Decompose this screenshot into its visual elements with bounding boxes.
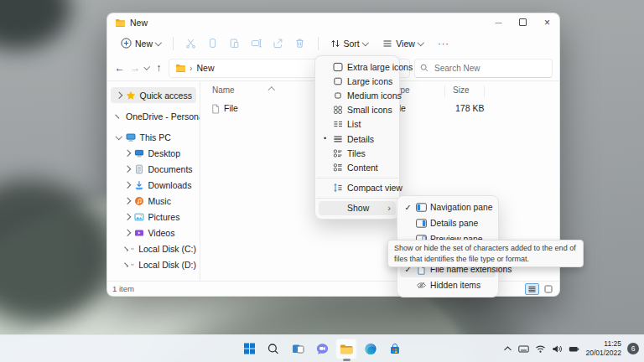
chevron-down-icon [155,39,162,46]
volume-button[interactable] [552,344,563,354]
sidebar-item-quick-access[interactable]: Quick access [111,87,196,103]
details-view-icon [332,134,343,144]
menu-item-extra-large-icons[interactable]: Extra large icons [319,59,396,74]
pictures-icon [134,212,144,222]
tooltip-text: Show or hide the set of characters added… [394,244,576,263]
thumbnail-view-toggle[interactable] [542,284,554,294]
column-separator[interactable] [484,85,485,97]
new-button[interactable]: New [116,35,166,51]
file-name: File [224,103,238,113]
sidebar-item-this-pc[interactable]: This PC [111,129,196,145]
sort-button[interactable]: Sort [325,36,373,51]
recent-locations-button[interactable] [144,64,150,70]
sidebar-item-onedrive[interactable]: OneDrive - Personal [111,108,196,124]
copy-button[interactable] [207,38,219,49]
list-view-icon [332,119,343,129]
clock[interactable]: 11:25 20/01/2022 [585,339,621,357]
sidebar-item-local-disk-d[interactable]: Local Disk (D:) [111,256,196,272]
menu-item-show[interactable]: Show › [319,201,396,215]
more-icon: ··· [438,39,449,49]
breadcrumb-folder[interactable]: New [197,63,215,73]
wifi-button[interactable] [535,344,546,354]
store-button[interactable] [385,339,406,359]
minimize-button[interactable]: — [486,13,511,31]
menu-item-tiles[interactable]: Tiles [319,146,396,160]
touch-keyboard-button[interactable] [518,344,529,354]
chevron-right-icon [115,114,119,118]
extra-large-icons-icon [332,62,343,72]
submenu-item-hidden-items[interactable]: Hidden items [400,277,496,293]
share-button[interactable] [273,38,284,49]
edge-button[interactable] [361,339,382,359]
chat-button[interactable] [312,339,333,359]
column-header-name[interactable]: Name [212,85,235,95]
search-input[interactable] [433,63,547,74]
chevron-right-icon [124,198,131,204]
menu-item-content[interactable]: Content [319,160,396,174]
sidebar-item-downloads[interactable]: Downloads [111,177,196,193]
taskbar: 11:25 20/01/2022 6 [0,334,644,362]
drive-icon [131,244,134,254]
menu-item-list[interactable]: List [319,117,396,132]
sidebar-item-music[interactable]: Music [111,193,196,209]
up-button[interactable]: ↑ [153,62,164,74]
menu-item-small-icons[interactable]: Small icons [319,103,396,117]
sidebar-item-label: Local Disk (D:) [138,260,196,270]
view-button[interactable]: View [377,36,428,51]
delete-button[interactable] [294,38,306,49]
cut-button[interactable] [185,38,197,49]
column-separator[interactable] [444,85,445,97]
chevron-right-icon [123,262,128,267]
tiles-view-icon [332,148,343,158]
item-count: 1 item [112,284,134,293]
battery-icon[interactable] [569,344,579,354]
sidebar-item-label: Videos [148,228,175,238]
submenu-item-navigation-pane[interactable]: ✓ Navigation pane [400,199,496,215]
thumbnail-view-icon [544,285,553,293]
file-explorer-button[interactable] [336,339,357,359]
navigation-pane-icon [415,203,427,212]
see-more-button[interactable]: ··· [433,36,454,51]
notification-badge[interactable]: 6 [627,343,639,354]
task-view-button[interactable] [288,339,309,359]
paste-button[interactable] [229,38,241,49]
star-icon [126,90,136,101]
menu-item-medium-icons[interactable]: Medium icons [319,88,396,102]
file-size: 178 KB [455,103,484,113]
wallpaper-shadow-shape [0,0,71,50]
forward-button[interactable]: → [129,62,140,74]
store-icon [389,343,402,355]
chevron-down-icon [418,39,424,46]
maximize-icon [519,18,527,26]
search-button[interactable] [263,339,284,359]
desktop-icon [134,148,144,158]
details-view-toggle[interactable] [525,283,539,295]
task-view-icon [291,343,304,355]
menu-item-compact-view[interactable]: Compact view [319,181,396,195]
start-button[interactable] [239,339,260,359]
submenu-item-details-pane[interactable]: Details pane [400,215,496,231]
menu-item-details[interactable]: • Details [319,132,396,146]
search-box[interactable] [414,59,553,78]
submenu-arrow-icon: › [387,204,391,213]
rename-button[interactable] [251,38,262,49]
sidebar-item-local-disk-c[interactable]: Local Disk (C:) [111,240,196,256]
folder-icon [175,63,185,73]
sidebar-item-desktop[interactable]: Desktop [111,145,196,161]
sidebar-item-label: Local Disk (C:) [138,244,196,254]
close-button[interactable]: × [535,13,559,31]
chevron-down-icon [116,133,122,140]
sidebar-item-label: Downloads [148,180,192,190]
sidebar-item-documents[interactable]: Documents [111,161,196,177]
menu-item-large-icons[interactable]: Large icons [319,74,396,88]
maximize-button[interactable] [511,13,535,31]
sidebar-item-pictures[interactable]: Pictures [111,209,196,225]
back-button[interactable]: ← [114,62,125,74]
show-hidden-icons-button[interactable] [503,344,512,353]
tray-date: 20/01/2022 [585,349,621,358]
column-header-size[interactable]: Size [453,85,469,95]
details-view-icon [528,286,536,292]
volume-icon [552,344,563,354]
wifi-icon [535,344,546,354]
sidebar-item-videos[interactable]: Videos [111,225,196,240]
